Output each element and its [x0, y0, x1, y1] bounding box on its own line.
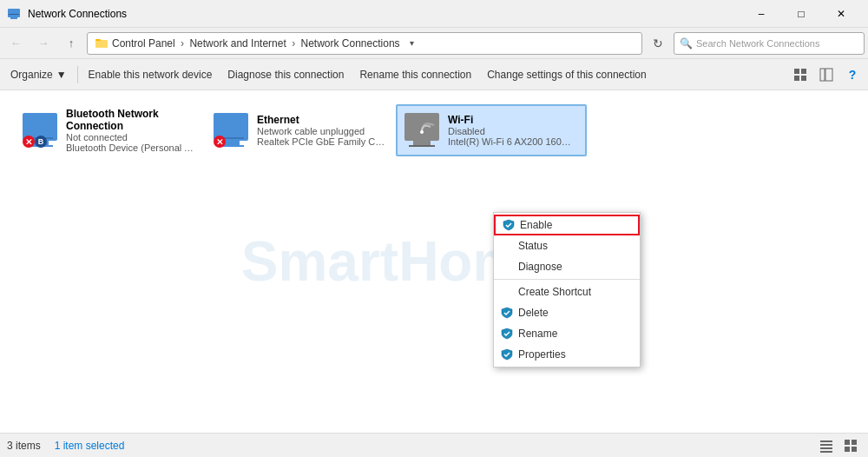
enable-label: Enable	[520, 219, 552, 231]
bluetooth-indicator: B	[35, 136, 47, 148]
network-item-wifi[interactable]: Wi-Fi Disabled Intel(R) Wi-Fi 6 AX200 16…	[396, 104, 587, 156]
diagnose-label: Diagnose	[518, 261, 562, 273]
context-menu-properties[interactable]: Properties	[494, 344, 640, 365]
context-menu-rename[interactable]: Rename	[494, 323, 640, 344]
svg-rect-9	[820, 69, 825, 81]
bluetooth-status-icon: ✕	[23, 136, 35, 148]
network-item-bluetooth[interactable]: ✕ B Bluetooth Network Connection Not con…	[14, 104, 205, 156]
svg-rect-5	[794, 69, 799, 74]
up-button[interactable]: ↑	[59, 31, 83, 56]
view-options-button[interactable]	[788, 63, 812, 87]
breadcrumb-part-1: Control Panel	[112, 37, 175, 50]
toolbar-separator-1	[77, 66, 78, 83]
content-area: SmartHomeKit ✕ B Bluetooth Network Conne…	[0, 90, 868, 433]
search-box[interactable]: 🔍 Search Network Connections	[674, 32, 865, 55]
svg-rect-28	[852, 440, 857, 445]
diagnose-button[interactable]: Diagnose this connection	[220, 63, 351, 87]
delete-label: Delete	[518, 307, 549, 319]
svg-rect-8	[801, 76, 806, 81]
status-bar-right	[816, 437, 861, 454]
ethernet-detail: Realtek PCIe GbE Family Controller	[257, 136, 387, 147]
toolbar: Organize ▼ Enable this network device Di…	[0, 59, 868, 90]
svg-rect-2	[9, 14, 19, 15]
address-bar: ← → ↑ Control Panel › Network and Intern…	[0, 28, 868, 59]
organize-arrow-icon: ▼	[56, 69, 67, 81]
create-shortcut-label: Create Shortcut	[518, 286, 591, 298]
bluetooth-icon-container: ✕ B	[23, 113, 57, 148]
svg-rect-24	[820, 444, 832, 446]
enable-device-button[interactable]: Enable this network device	[82, 63, 220, 87]
address-dropdown-button[interactable]: ▾	[404, 32, 421, 55]
status-grid-view-button[interactable]	[840, 437, 861, 454]
pane-toggle-button[interactable]	[814, 63, 838, 87]
status-label: Status	[518, 240, 548, 252]
title-bar: Network Connections – □ ✕	[0, 0, 868, 28]
folder-icon	[95, 36, 108, 50]
context-menu-separator	[494, 279, 640, 280]
status-selected: 1 item selected	[55, 440, 125, 452]
wifi-icon-container	[404, 113, 439, 148]
properties-label: Properties	[518, 348, 566, 361]
properties-shield-icon	[501, 348, 513, 361]
app-icon	[7, 7, 21, 21]
bluetooth-name: Bluetooth Network Connection	[66, 108, 196, 132]
wifi-status: Disabled	[448, 126, 578, 136]
status-list-view-button[interactable]	[816, 437, 837, 454]
refresh-button[interactable]: ↻	[646, 31, 670, 56]
svg-rect-23	[820, 440, 832, 442]
search-placeholder: Search Network Connections	[696, 38, 819, 49]
organize-button[interactable]: Organize ▼	[3, 63, 74, 87]
rename-button[interactable]: Rename this connection	[352, 63, 478, 87]
bluetooth-info: Bluetooth Network Connection Not connect…	[66, 108, 196, 153]
close-button[interactable]: ✕	[821, 0, 861, 28]
status-bar: 3 items 1 item selected	[0, 433, 868, 457]
svg-rect-25	[820, 447, 832, 449]
help-button[interactable]: ?	[840, 63, 865, 87]
ethernet-name: Ethernet	[257, 114, 387, 126]
context-menu-enable[interactable]: Enable	[494, 215, 640, 235]
wifi-name: Wi-Fi	[448, 114, 578, 126]
context-menu-delete[interactable]: Delete	[494, 302, 640, 323]
svg-rect-1	[10, 17, 17, 19]
bluetooth-detail: Bluetooth Device (Personal Area ...	[66, 142, 196, 153]
breadcrumb: Control Panel › Network and Internet › N…	[112, 37, 400, 50]
svg-rect-27	[845, 440, 850, 445]
maximize-button[interactable]: □	[781, 0, 821, 28]
context-menu-diagnose[interactable]: Diagnose	[494, 256, 640, 277]
svg-rect-10	[825, 69, 832, 81]
svg-rect-6	[801, 69, 806, 74]
svg-rect-4	[95, 39, 101, 41]
enable-shield-icon	[503, 219, 515, 231]
title-bar-title: Network Connections	[28, 8, 741, 20]
breadcrumb-part-3: Network Connections	[301, 37, 400, 50]
rename-label: Rename	[518, 328, 557, 340]
svg-rect-26	[820, 451, 832, 453]
svg-rect-30	[852, 447, 857, 452]
change-settings-button[interactable]: Change settings of this connection	[480, 63, 653, 87]
breadcrumb-part-2: Network and Internet	[189, 37, 286, 50]
svg-rect-0	[8, 9, 20, 17]
search-icon: 🔍	[680, 37, 693, 50]
ethernet-icon-container: ✕	[214, 113, 248, 148]
context-menu-status[interactable]: Status	[494, 235, 640, 256]
forward-button[interactable]: →	[31, 31, 56, 56]
ethernet-status-icon: ✕	[214, 136, 226, 148]
ethernet-status: Network cable unplugged	[257, 126, 387, 136]
svg-rect-3	[95, 40, 108, 48]
wifi-info: Wi-Fi Disabled Intel(R) Wi-Fi 6 AX200 16…	[448, 114, 578, 147]
minimize-button[interactable]: –	[741, 0, 781, 28]
network-item-ethernet[interactable]: ✕ Ethernet Network cable unplugged Realt…	[205, 104, 396, 156]
delete-shield-icon	[501, 307, 513, 319]
back-button[interactable]: ←	[3, 31, 28, 56]
svg-rect-7	[794, 76, 799, 81]
svg-point-22	[420, 130, 424, 134]
rename-shield-icon	[501, 328, 513, 340]
context-menu-create-shortcut[interactable]: Create Shortcut	[494, 281, 640, 302]
svg-rect-29	[845, 447, 850, 452]
toolbar-right: ?	[788, 63, 865, 87]
status-items-count: 3 items	[7, 440, 41, 452]
wifi-detail: Intel(R) Wi-Fi 6 AX200 160MHz...	[448, 136, 578, 147]
address-field[interactable]: Control Panel › Network and Internet › N…	[87, 32, 642, 55]
ethernet-info: Ethernet Network cable unplugged Realtek…	[257, 114, 387, 147]
svg-rect-21	[409, 145, 435, 147]
